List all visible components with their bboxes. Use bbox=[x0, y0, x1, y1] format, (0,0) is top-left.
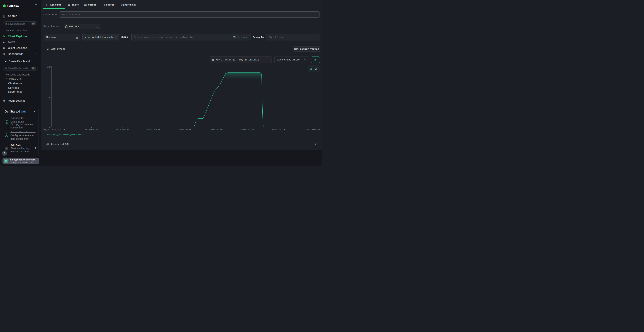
svg-text:10:51:00 AM: 10:51:00 AM bbox=[210, 129, 222, 131]
svg-text:11:14:00 AM: 11:14:00 AM bbox=[307, 129, 320, 131]
svg-text:—: — bbox=[44, 134, 46, 136]
svg-text:10:23:00 AM: 10:23:00 AM bbox=[85, 129, 98, 131]
svg-text:21: 21 bbox=[48, 81, 50, 83]
svg-text:10:44:00 AM: 10:44:00 AM bbox=[178, 129, 192, 131]
svg-text:10:58:00 AM: 10:58:00 AM bbox=[240, 129, 254, 131]
svg-text:10:30:00 AM: 10:30:00 AM bbox=[116, 129, 129, 131]
svg-text:10:37:00 AM: 10:37:00 AM bbox=[147, 129, 160, 131]
svg-text:max(visa_validation_cache.size: max(visa_validation_cache.size) bbox=[47, 134, 84, 136]
svg-text:7: 7 bbox=[48, 112, 50, 114]
svg-text:May 27 10:14:00 AM: May 27 10:14:00 AM bbox=[44, 129, 65, 131]
svg-text:28: 28 bbox=[48, 66, 50, 68]
svg-text:11:05:00 AM: 11:05:00 AM bbox=[272, 129, 285, 131]
svg-text:14: 14 bbox=[48, 96, 50, 98]
